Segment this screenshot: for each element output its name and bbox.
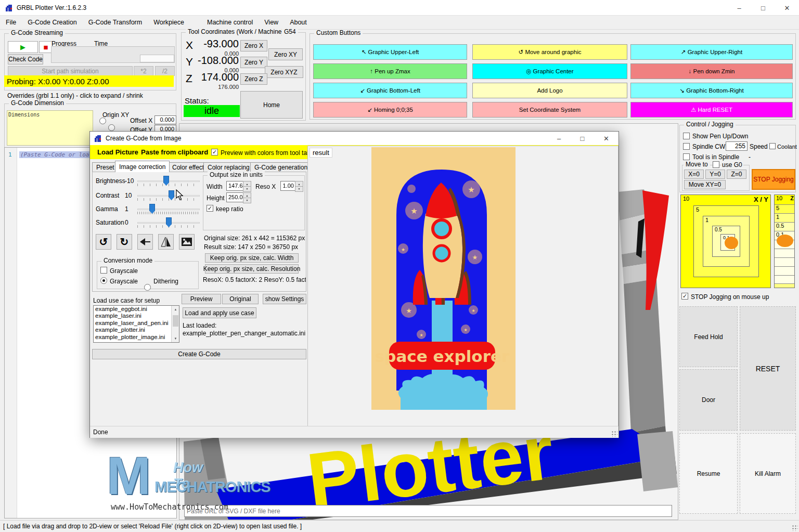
show-settings-button[interactable]: show Settings — [263, 294, 306, 304]
keep-ratio-checkbox[interactable]: ✓ — [207, 205, 213, 212]
create-gcode-button[interactable]: Create G-Code — [92, 349, 306, 359]
keep-px-calc-width-button[interactable]: Keep orig. px size, calc. Width — [205, 253, 299, 263]
scroll-up-icon[interactable]: ▲ — [172, 306, 179, 313]
flip-vertical-icon[interactable] — [158, 234, 174, 250]
grayscale-radio[interactable] — [100, 277, 107, 284]
dialog-titlebar[interactable]: Create G-Code from Image – □ ✕ — [90, 132, 618, 145]
list-item[interactable]: example_eggbot.ini — [94, 306, 179, 313]
window-minimize-icon[interactable]: – — [727, 0, 751, 16]
jog-xy-pad[interactable]: 10 X / Y 5 1 0.5 0.1 — [680, 194, 771, 288]
kill-alarm-button[interactable]: Kill Alarm — [740, 433, 796, 514]
menu-machine-control[interactable]: Machine control — [201, 16, 259, 30]
check-code-button[interactable]: Check Code — [8, 54, 43, 64]
load-apply-use-case-button[interactable]: Load and apply use case — [183, 307, 256, 318]
menu-file[interactable]: File — [0, 16, 22, 30]
z0-button[interactable]: Z=0 — [727, 170, 746, 179]
jog-z-strip[interactable]: 10 Z 5 1 0.5 0.1 — [774, 194, 795, 288]
start-stream-button[interactable]: ▶ — [8, 41, 38, 53]
jog-z-level-1[interactable]: 1 — [775, 213, 795, 222]
dialog-close-icon[interactable]: ✕ — [594, 132, 618, 145]
custom-button-pen-up[interactable]: ↑ Pen up Zmax — [313, 63, 467, 79]
zero-z-button[interactable]: Zero Z — [240, 73, 267, 85]
zero-y-button[interactable]: Zero Y — [240, 57, 267, 68]
menu-gcode-transform[interactable]: G-Code Transform — [83, 16, 148, 30]
custom-button-add-logo[interactable]: Add Logo — [472, 83, 627, 98]
custom-button-set-coordinate-system[interactable]: Set Coordinate System — [472, 102, 627, 118]
flip-horizontal-icon[interactable] — [137, 234, 153, 250]
custom-button-hard-reset[interactable]: ⚠ Hard RESET — [630, 102, 793, 118]
list-item[interactable]: example_laser.ini — [94, 313, 179, 319]
custom-button-homing[interactable]: ↙ Homing 0;0;35 — [313, 102, 467, 118]
list-item[interactable]: example_laser_and_pen.ini — [94, 320, 179, 327]
custom-button-graphic-bottom-left[interactable]: ↙ Graphic Bottom-Left — [313, 83, 467, 98]
height-spinner[interactable]: 250.0 ▲ ▼ — [226, 192, 251, 202]
paste-from-clipboard-button[interactable]: Paste from clipboard — [141, 148, 208, 156]
invert-image-icon[interactable] — [179, 234, 195, 250]
use-g0-checkbox[interactable] — [713, 161, 719, 168]
grayscale-checkbox[interactable] — [100, 267, 107, 274]
original-button[interactable]: Original — [222, 294, 259, 304]
stop-jogging-button[interactable]: STOP Jogging — [752, 169, 795, 190]
jog-z-level-05[interactable]: 0.5 — [775, 222, 795, 231]
origin-radio-tc[interactable] — [108, 124, 115, 131]
zero-xy-button[interactable]: Zero XY — [268, 48, 303, 60]
dithering-radio[interactable] — [144, 284, 151, 291]
window-maximize-icon[interactable]: □ — [751, 0, 775, 16]
dialog-resize-grip[interactable] — [611, 431, 617, 437]
origin-radio-tl[interactable] — [99, 118, 106, 124]
zero-xyz-button[interactable]: Zero XYZ — [265, 66, 303, 78]
x0-button[interactable]: X=0 — [684, 170, 704, 179]
speed-times2-button[interactable]: *2 — [134, 66, 153, 76]
keep-px-calc-resolution-button[interactable]: Keep orig. px size, calc. Resolution — [205, 264, 299, 274]
window-close-icon[interactable]: ✕ — [775, 0, 799, 16]
resize-grip[interactable] — [792, 525, 798, 531]
menu-workpiece[interactable]: Workpiece — [148, 16, 190, 30]
list-item[interactable]: example_plotter.ini — [94, 327, 179, 333]
rotate-cw-icon[interactable]: ↻ — [117, 234, 132, 250]
show-pen-checkbox[interactable] — [683, 133, 690, 139]
resume-button[interactable]: Resume — [679, 433, 738, 514]
jog-z-level-5[interactable]: 5 — [775, 204, 795, 213]
overrides-expander[interactable]: Overrides (grbl 1.1 only) - click to exp… — [7, 92, 143, 99]
spindle-speed-field[interactable]: 255 — [726, 141, 748, 151]
zero-x-button[interactable]: Zero X — [240, 40, 267, 51]
custom-button-pen-down[interactable]: ↓ Pen down Zmin — [630, 63, 793, 79]
coolant-checkbox[interactable] — [769, 143, 776, 149]
preview-button[interactable]: Preview — [182, 294, 221, 304]
menu-about[interactable]: About — [284, 16, 313, 30]
custom-button-graphic-center[interactable]: ◎ Graphic Center — [472, 63, 627, 79]
menu-gcode-creation[interactable]: G-Code Creation — [22, 16, 83, 30]
custom-button-graphic-bottom-right[interactable]: ↘ Graphic Bottom-Right — [630, 83, 793, 98]
paste-url-input[interactable] — [184, 505, 672, 517]
scrollbar-thumb[interactable] — [173, 315, 178, 327]
spindle-cw-checkbox[interactable] — [683, 143, 690, 150]
dialog-minimize-icon[interactable]: – — [547, 132, 571, 145]
custom-button-graphic-upper-left[interactable]: ↖ Graphic Upper-Left — [313, 44, 467, 60]
feed-hold-button[interactable]: Feed Hold — [679, 306, 738, 367]
tool-in-spindle-checkbox[interactable] — [683, 153, 690, 160]
load-picture-button[interactable]: Load Picture — [97, 148, 138, 156]
width-spinner[interactable]: 147.6 ▲ ▼ — [226, 181, 251, 191]
door-button[interactable]: Door — [679, 369, 738, 431]
jog-z-level-10[interactable]: 10 Z — [775, 195, 795, 204]
move-xy0-button[interactable]: Move XY=0 — [684, 180, 726, 189]
tab-image-correction[interactable]: Image correction — [115, 161, 170, 172]
spinner-down-icon[interactable]: ▼ — [243, 186, 251, 192]
reso-x-spinner[interactable]: 1.00 ▲ ▼ — [280, 181, 303, 191]
custom-button-graphic-upper-right[interactable]: ↗ Graphic Upper-Right — [630, 44, 793, 60]
stop-on-mouseup-checkbox[interactable]: ✓ — [681, 293, 688, 300]
reset-button[interactable]: RESET — [740, 306, 796, 431]
start-path-simulation-button[interactable]: Start path simulation — [8, 66, 133, 76]
y0-button[interactable]: Y=0 — [705, 170, 725, 179]
custom-button-move-around-graphic[interactable]: ↺ Move around graphic — [472, 44, 627, 60]
list-item[interactable]: example_plotter_image.ini — [94, 334, 179, 341]
use-case-listbox[interactable]: example_eggbot.ini example_laser.ini exa… — [93, 305, 179, 343]
dialog-maximize-icon[interactable]: □ — [571, 132, 594, 145]
menu-view[interactable]: View — [259, 16, 284, 30]
home-button[interactable]: Home — [240, 91, 303, 119]
listbox-scrollbar[interactable]: ▲ ▼ — [171, 306, 179, 342]
rotate-ccw-icon[interactable]: ↺ — [96, 234, 111, 250]
scroll-down-icon[interactable]: ▼ — [172, 335, 179, 342]
offset-x-field[interactable]: 0.000 — [154, 115, 176, 124]
speed-div2-button[interactable]: /2 — [155, 66, 175, 76]
